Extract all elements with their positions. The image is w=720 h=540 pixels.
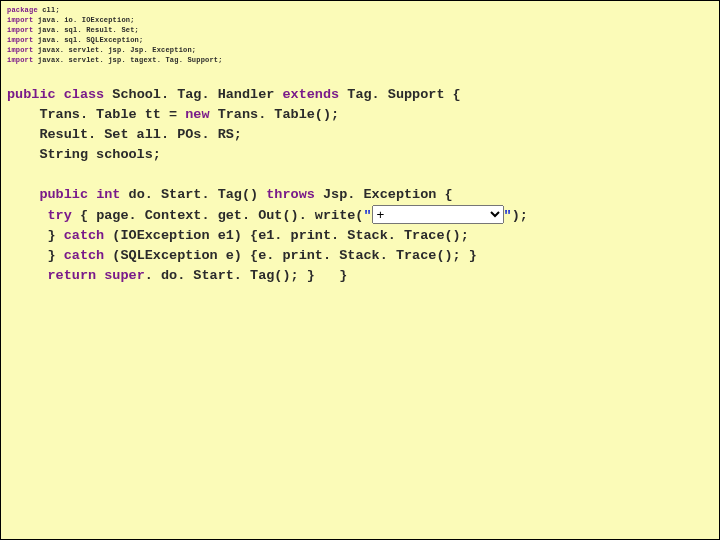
code-document: package cll; import java. io. IOExceptio… [0,0,720,540]
class-body: public class School. Tag. Handler extend… [7,65,713,286]
import-block: package cll; import java. io. IOExceptio… [7,5,713,65]
